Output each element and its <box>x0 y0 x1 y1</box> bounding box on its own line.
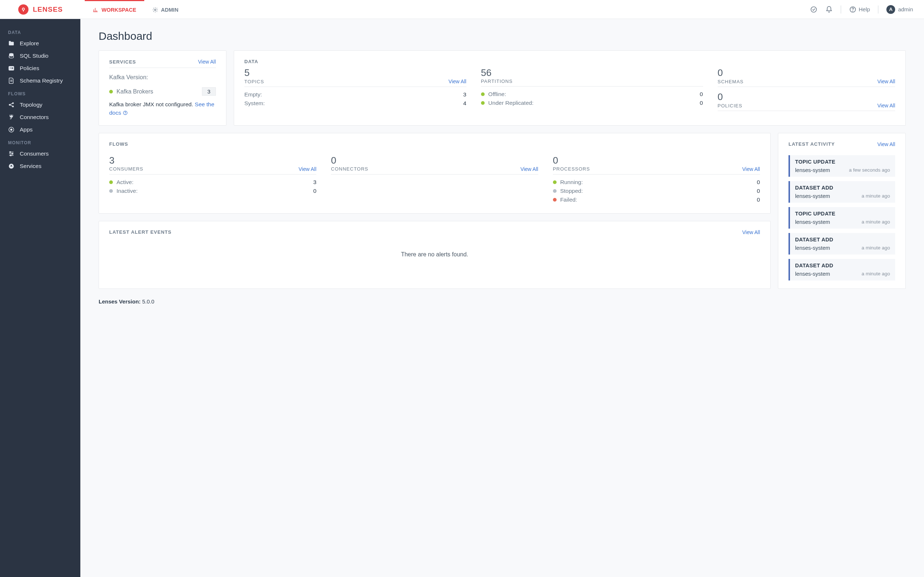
status-dot-icon <box>553 189 556 193</box>
activity-view-all[interactable]: View All <box>877 141 895 147</box>
schemas-policies-block: 0 SCHEMAS View All 0 POLICIES View All <box>718 67 895 115</box>
status-dot-icon <box>109 189 113 193</box>
activity-item-name: lenses-system <box>795 193 830 199</box>
processors-label: PROCESSORS <box>553 166 590 172</box>
status-dot-icon <box>481 101 485 105</box>
consumers-label: CONSUMERS <box>109 166 144 172</box>
activity-item-name: lenses-system <box>795 245 830 251</box>
gear-icon <box>152 7 158 13</box>
svg-line-20 <box>10 103 13 105</box>
topics-view-all[interactable]: View All <box>448 79 466 84</box>
consumers-view-all[interactable]: View All <box>299 166 317 172</box>
sidebar: DATA Explore SQL Studio Policies Schema … <box>0 19 81 577</box>
sidebar-item-policies[interactable]: Policies <box>0 62 81 74</box>
topnav-right: Help A admin <box>810 5 924 14</box>
activity-item-name: lenses-system <box>795 219 830 225</box>
check-circle-icon[interactable] <box>810 6 818 13</box>
svg-point-23 <box>11 129 13 131</box>
sidebar-item-connectors[interactable]: Connectors <box>0 111 81 123</box>
sidebar-item-consumers[interactable]: Consumers <box>0 148 81 160</box>
sidebar-item-topology[interactable]: Topology <box>0 98 81 111</box>
alerts-view-all[interactable]: View All <box>742 229 760 235</box>
status-dot-icon <box>481 92 485 96</box>
topics-empty-value: 3 <box>463 91 466 98</box>
activity-item[interactable]: TOPIC UPDATE lenses-systema minute ago <box>789 207 895 229</box>
services-view-all[interactable]: View All <box>198 59 216 64</box>
user-menu[interactable]: A admin <box>886 5 913 14</box>
partitions-block: 56 PARTITIONS Offline:0 Under Replicated… <box>481 67 703 115</box>
schemas-value: 0 <box>718 67 895 79</box>
activity-item[interactable]: TOPIC UPDATE lenses-systema few seconds … <box>789 155 895 177</box>
sidebar-item-label: Policies <box>20 65 39 72</box>
tab-admin[interactable]: ADMIN <box>144 0 187 19</box>
activity-item-time: a minute ago <box>861 219 890 225</box>
data-label: DATA <box>244 59 258 64</box>
version-value: 5.0.0 <box>142 298 154 305</box>
activity-label: LATEST ACTIVITY <box>789 141 835 147</box>
processors-block: 0 PROCESSORS View All Running:0 Stopped:… <box>553 155 760 205</box>
sidebar-item-schema-registry[interactable]: Schema Registry <box>0 74 81 87</box>
sidebar-item-sql-studio[interactable]: SQL Studio <box>0 50 81 62</box>
sidebar-item-label: Explore <box>20 40 39 47</box>
svg-point-7 <box>811 6 817 12</box>
alerts-card: LATEST ALERT EVENTS View All There are n… <box>98 221 771 289</box>
status-dot-icon <box>553 181 556 184</box>
processors-view-all[interactable]: View All <box>742 166 760 172</box>
status-dot-icon <box>109 90 113 93</box>
kafka-version-label: Kafka Version: <box>109 74 216 81</box>
activity-item[interactable]: DATASET ADD lenses-systema minute ago <box>789 181 895 203</box>
partitions-offline-value: 0 <box>700 91 703 98</box>
activity-item-title: DATASET ADD <box>795 263 890 268</box>
sidebar-item-explore[interactable]: Explore <box>0 37 81 50</box>
activity-item[interactable]: DATASET ADD lenses-systema minute ago <box>789 233 895 255</box>
gauge-icon <box>8 163 15 169</box>
activity-item-title: DATASET ADD <box>795 185 890 191</box>
database-icon <box>8 53 15 59</box>
tab-workspace-label: WORKSPACE <box>102 7 136 13</box>
activity-item-title: TOPIC UPDATE <box>795 159 890 165</box>
processors-value: 0 <box>553 155 760 166</box>
schemas-view-all[interactable]: View All <box>877 79 895 84</box>
sidebar-section-flows: FLOWS <box>0 87 81 98</box>
data-card: DATA 5 TOPICS View All Empty:3 System:4 … <box>234 50 906 126</box>
schemas-label: SCHEMAS <box>718 79 743 84</box>
page-title: Dashboard <box>98 30 906 42</box>
connectors-view-all[interactable]: View All <box>521 166 538 172</box>
bell-icon[interactable] <box>826 6 833 13</box>
consumers-active-value: 3 <box>313 179 317 185</box>
status-dot-icon <box>553 198 556 201</box>
processors-stopped-value: 0 <box>757 188 760 194</box>
sidebar-item-services[interactable]: Services <box>0 160 81 172</box>
partitions-label: PARTITIONS <box>481 79 513 84</box>
version-label: Lenses Version: <box>98 298 140 305</box>
brand-text: LENSES <box>33 5 63 13</box>
svg-point-31 <box>125 114 126 114</box>
plug-icon <box>8 114 15 121</box>
activity-item[interactable]: DATASET ADD lenses-systema minute ago <box>789 259 895 280</box>
svg-point-9 <box>853 11 853 11</box>
status-dot-icon <box>109 181 113 184</box>
share-icon <box>8 102 15 108</box>
file-icon <box>8 77 15 84</box>
topics-block: 5 TOPICS View All Empty:3 System:4 <box>244 67 466 115</box>
sidebar-item-label: Consumers <box>20 150 48 157</box>
brand[interactable]: LENSES <box>0 4 70 15</box>
help-link[interactable]: Help <box>849 6 870 13</box>
activity-list: TOPIC UPDATE lenses-systema few seconds … <box>789 155 895 280</box>
sidebar-item-label: SQL Studio <box>20 53 48 59</box>
activity-card: LATEST ACTIVITY View All TOPIC UPDATE le… <box>778 133 906 289</box>
tab-workspace[interactable]: WORKSPACE <box>85 0 144 19</box>
topnav-tabs: WORKSPACE ADMIN <box>85 0 186 19</box>
policies-view-all[interactable]: View All <box>877 103 895 108</box>
tab-admin-label: ADMIN <box>161 7 179 13</box>
activity-item-title: DATASET ADD <box>795 237 890 242</box>
activity-item-name: lenses-system <box>795 167 830 173</box>
logo-icon <box>18 4 29 15</box>
consumers-inactive-value: 0 <box>313 188 317 194</box>
sidebar-item-apps[interactable]: Apps <box>0 123 81 136</box>
svg-point-29 <box>10 155 11 156</box>
activity-item-time: a minute ago <box>861 193 890 199</box>
svg-point-28 <box>12 153 13 155</box>
processors-failed-value: 0 <box>757 197 760 203</box>
connectors-block: 0 CONNECTORS View All <box>331 155 538 205</box>
